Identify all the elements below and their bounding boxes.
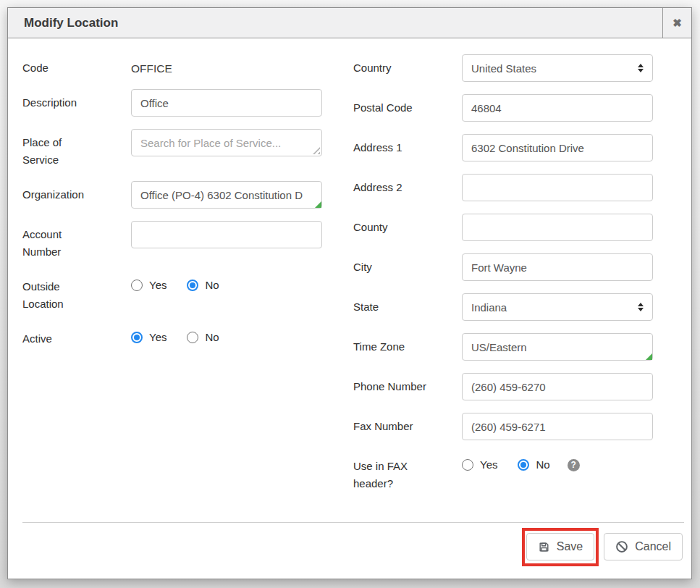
autocomplete-corner-icon — [315, 201, 321, 208]
close-icon: ✖ — [672, 17, 682, 30]
state-select[interactable]: Indiana — [462, 293, 653, 321]
select-arrows-icon — [638, 303, 644, 311]
field-country: Country United States — [353, 54, 653, 82]
field-city: City — [353, 253, 653, 281]
field-code: Code OFFICE — [22, 54, 322, 77]
left-column: Code OFFICE Description Place of Service… — [22, 54, 322, 505]
cancel-button-label: Cancel — [635, 540, 671, 553]
organization-input[interactable] — [131, 181, 322, 209]
place-of-service-input[interactable] — [131, 129, 322, 156]
field-county: County — [353, 214, 653, 241]
modal-footer: Save Cancel — [8, 522, 691, 579]
outside-location-radio-group: Yes No — [131, 273, 219, 292]
radio-icon[interactable] — [131, 280, 143, 291]
phone-number-input[interactable] — [462, 373, 653, 400]
field-address-2: Address 2 — [353, 174, 653, 201]
field-time-zone: Time Zone — [353, 333, 653, 361]
country-select-value: United States — [471, 62, 536, 75]
fax-number-input[interactable] — [462, 413, 653, 440]
code-value: OFFICE — [131, 54, 172, 75]
country-label: Country — [353, 54, 462, 77]
autocomplete-corner-icon — [646, 353, 652, 360]
use-in-fax-header-no-option[interactable]: No — [518, 458, 549, 471]
city-input[interactable] — [462, 253, 653, 281]
postal-code-input[interactable] — [462, 94, 653, 122]
state-label: State — [353, 293, 462, 316]
account-number-label: Account Number — [22, 221, 131, 261]
fax-number-label: Fax Number — [353, 413, 462, 435]
phone-number-label: Phone Number — [353, 373, 462, 395]
field-description: Description — [22, 89, 322, 117]
select-arrows-icon — [638, 64, 644, 72]
radio-icon[interactable] — [131, 332, 143, 343]
active-yes-option[interactable]: Yes — [131, 331, 166, 344]
country-select[interactable]: United States — [462, 54, 653, 82]
field-state: State Indiana — [353, 293, 653, 321]
time-zone-label: Time Zone — [353, 333, 462, 356]
field-account-number: Account Number — [22, 221, 322, 261]
outside-location-no-option[interactable]: No — [187, 279, 219, 292]
field-use-in-fax-header: Use in FAX header? Yes No ? — [353, 453, 653, 492]
address-2-input[interactable] — [462, 174, 653, 201]
use-in-fax-header-radio-group: Yes No ? — [462, 453, 580, 471]
time-zone-input[interactable] — [462, 333, 653, 361]
radio-icon[interactable] — [187, 332, 198, 343]
help-icon[interactable]: ? — [568, 459, 580, 471]
address-2-label: Address 2 — [353, 174, 462, 196]
save-disk-icon — [538, 541, 550, 553]
radio-icon[interactable] — [462, 459, 473, 471]
code-label: Code — [22, 54, 131, 77]
cancel-ban-icon — [615, 540, 628, 553]
outside-location-label: Outside Location — [22, 273, 131, 313]
place-of-service-label: Place of Service — [22, 129, 131, 169]
address-1-label: Address 1 — [353, 134, 462, 156]
field-fax-number: Fax Number — [353, 413, 653, 440]
save-button-label: Save — [557, 540, 583, 553]
save-button[interactable]: Save — [526, 533, 594, 560]
cancel-button[interactable]: Cancel — [604, 533, 683, 560]
city-label: City — [353, 253, 462, 276]
state-select-value: Indiana — [471, 301, 507, 314]
county-input[interactable] — [462, 214, 653, 241]
use-in-fax-header-label: Use in FAX header? — [353, 453, 462, 492]
radio-icon[interactable] — [518, 459, 529, 471]
description-label: Description — [22, 89, 131, 112]
radio-icon[interactable] — [187, 280, 198, 291]
active-label: Active — [22, 325, 131, 348]
organization-label: Organization — [22, 181, 131, 203]
field-address-1: Address 1 — [353, 134, 653, 161]
postal-code-label: Postal Code — [353, 94, 462, 117]
account-number-input[interactable] — [131, 221, 322, 248]
modal-header: Modify Location ✖ — [8, 8, 691, 38]
field-postal-code: Postal Code — [353, 94, 653, 122]
field-place-of-service: Place of Service — [22, 129, 322, 169]
address-1-input[interactable] — [462, 134, 653, 161]
active-radio-group: Yes No — [131, 325, 219, 344]
close-button[interactable]: ✖ — [662, 8, 691, 38]
field-active: Active Yes No — [22, 325, 322, 348]
field-organization: Organization — [22, 181, 322, 209]
field-phone-number: Phone Number — [353, 373, 653, 400]
outside-location-yes-option[interactable]: Yes — [131, 279, 166, 292]
active-no-option[interactable]: No — [187, 331, 219, 344]
field-outside-location: Outside Location Yes No — [22, 273, 322, 313]
county-label: County — [353, 214, 462, 236]
right-column: Country United States Postal Code Addres… — [353, 54, 653, 505]
modal-title: Modify Location — [8, 8, 662, 38]
description-input[interactable] — [131, 89, 322, 117]
modal-body: Code OFFICE Description Place of Service… — [8, 38, 691, 505]
modify-location-modal: Modify Location ✖ Code OFFICE Descriptio… — [7, 7, 692, 579]
use-in-fax-header-yes-option[interactable]: Yes — [462, 458, 497, 471]
